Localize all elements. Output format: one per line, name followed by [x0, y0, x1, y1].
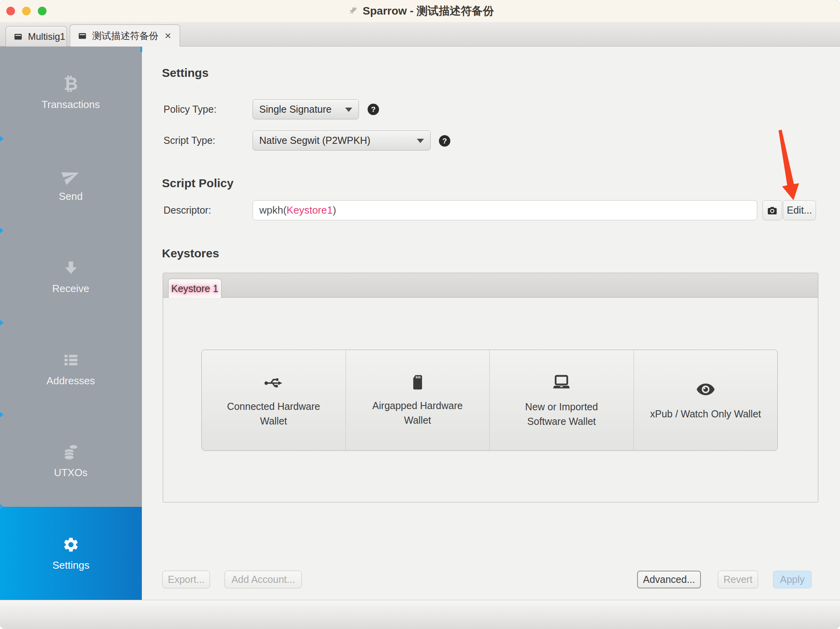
sparrow-window: Sparrow - 测试描述符备份 Multisig1 测试描述符备份 × ₿ … [0, 0, 840, 629]
script-type-value: Native Segwit (P2WPKH) [259, 135, 370, 146]
keystores-heading: Keystores [162, 247, 219, 260]
script-type-label: Script Type: [164, 130, 216, 151]
sidebar-item-label: UTXOs [54, 467, 87, 479]
tab-keystore1[interactable]: Keystore 1 [168, 279, 221, 298]
descriptor-label: Descriptor: [164, 200, 211, 220]
option-label: xPub / Watch Only Wallet [649, 407, 762, 421]
export-button[interactable]: Export... [162, 571, 210, 588]
descriptor-qr-camera-button[interactable] [762, 200, 782, 220]
script-policy-heading: Script Policy [162, 177, 234, 190]
sidebar-item-label: Send [59, 190, 83, 203]
apply-button[interactable]: Apply [773, 571, 812, 588]
airgapped-hardware-wallet-button[interactable]: Airgapped Hardware Wallet [346, 350, 490, 450]
coins-icon [61, 443, 80, 462]
laptop-icon [551, 372, 572, 393]
chevron-down-icon [417, 139, 424, 143]
descriptor-edit-button[interactable]: Edit... [783, 200, 816, 220]
script-type-help-icon[interactable]: ? [439, 135, 450, 147]
usb-icon [264, 372, 283, 392]
sidebar-section-marker-icon [0, 320, 4, 326]
policy-type-value: Single Signature [259, 104, 331, 115]
descriptor-keystore: Keystore1 [286, 204, 333, 216]
titlebar: Sparrow - 测试描述符备份 [0, 0, 840, 22]
sidebar-item-label: Transactions [42, 99, 100, 111]
camera-icon [766, 205, 778, 216]
policy-type-label: Policy Type: [164, 99, 216, 119]
sidebar-section-marker-icon [0, 228, 4, 233]
add-account-button[interactable]: Add Account... [225, 571, 302, 588]
option-label: Airgapped Hardware Wallet [361, 398, 474, 427]
wallet-icon [13, 32, 23, 42]
descriptor-suffix: ) [333, 204, 336, 216]
revert-button[interactable]: Revert [718, 571, 758, 588]
xpub-watch-only-wallet-button[interactable]: xPub / Watch Only Wallet [634, 350, 778, 450]
sidebar-item-receive[interactable]: Receive [0, 231, 141, 323]
sidebar-item-utxos[interactable]: UTXOs [0, 415, 141, 507]
sparrow-logo-icon [346, 5, 359, 17]
bitcoin-icon: ₿ [61, 74, 80, 93]
keystores-panel: Keystore 1 Connected [163, 273, 818, 502]
tab-close-icon[interactable]: × [165, 30, 171, 41]
tab-test-descriptor-backup[interactable]: 测试描述符备份 × [70, 24, 180, 47]
keystore-source-options: Connected Hardware Wallet Airgapped Hard… [201, 350, 778, 451]
chevron-down-icon [345, 108, 352, 112]
settings-heading: Settings [162, 66, 208, 80]
descriptor-prefix: wpkh( [259, 204, 286, 216]
eye-icon [695, 379, 716, 400]
sidebar-item-settings[interactable]: Settings [0, 507, 142, 600]
tab-label: Multisig1 [28, 31, 65, 42]
policy-type-help-icon[interactable]: ? [368, 104, 379, 115]
sidebar-item-label: Settings [52, 559, 89, 571]
sidebar-section-marker-icon [0, 412, 4, 417]
tab-label: 测试描述符备份 [92, 30, 158, 42]
script-type-dropdown[interactable]: Native Segwit (P2WPKH) [253, 130, 431, 151]
option-label: Connected Hardware Wallet [217, 399, 330, 428]
sd-card-icon [409, 373, 427, 391]
sidebar-section-marker-icon [0, 136, 4, 141]
sidebar-item-send[interactable]: Send [0, 139, 141, 231]
advanced-button[interactable]: Advanced... [637, 571, 701, 588]
wallet-settings-content: Settings Policy Type: Single Signature ?… [142, 47, 840, 600]
policy-type-dropdown[interactable]: Single Signature [253, 99, 359, 119]
software-wallet-button[interactable]: New or Imported Software Wallet [489, 350, 634, 450]
keystore-tabbar [163, 273, 818, 298]
wallet-icon [77, 31, 87, 41]
gear-icon [61, 535, 80, 554]
connected-hardware-wallet-button[interactable]: Connected Hardware Wallet [202, 350, 346, 450]
sidebar-item-label: Receive [52, 283, 89, 295]
option-label: New or Imported Software Wallet [505, 400, 618, 428]
descriptor-field[interactable]: wpkh(Keystore1) [253, 200, 757, 220]
window-title: Sparrow - 测试描述符备份 [363, 4, 494, 19]
sidebar-item-label: Addresses [46, 375, 95, 387]
sidebar-section-marker-icon [0, 504, 4, 510]
sidebar-item-transactions[interactable]: ₿ Transactions [0, 47, 141, 139]
sidebar: ₿ Transactions Send Receive Address [0, 47, 142, 600]
tab-multisig1[interactable]: Multisig1 [6, 26, 67, 47]
sidebar-item-addresses[interactable]: Addresses [0, 323, 141, 415]
wallet-tabstrip: Multisig1 测试描述符备份 × [0, 22, 840, 47]
list-icon [61, 351, 80, 370]
send-icon [61, 166, 80, 185]
arrow-down-icon [61, 259, 80, 277]
statusbar [0, 600, 840, 629]
